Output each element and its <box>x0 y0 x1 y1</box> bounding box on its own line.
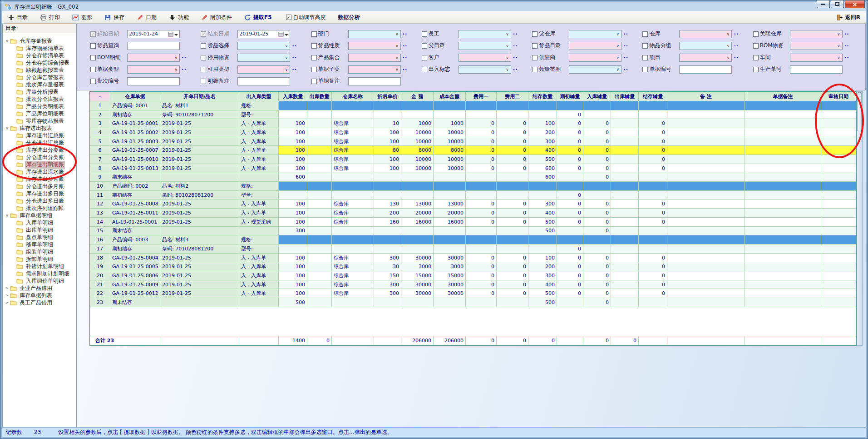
table-cell[interactable] <box>583 235 611 244</box>
table-cell[interactable] <box>497 101 528 110</box>
filter-checkbox[interactable] <box>532 31 538 37</box>
table-cell[interactable]: 2019-01-25 <box>160 280 239 289</box>
row-number-cell[interactable]: 2 <box>90 110 110 120</box>
table-cell[interactable] <box>528 244 557 254</box>
table-cell[interactable]: 0 <box>583 173 611 182</box>
table-cell[interactable] <box>821 110 856 120</box>
table-cell[interactable]: 0 <box>557 146 583 155</box>
table-cell[interactable]: 20000 <box>434 209 466 218</box>
table-cell[interactable] <box>667 146 745 155</box>
table-cell[interactable] <box>745 244 821 254</box>
combo-input[interactable]: ∨ <box>348 42 401 50</box>
table-cell[interactable]: 0 <box>639 128 667 137</box>
tree-item[interactable]: 批次库存量报表 <box>3 81 76 88</box>
tree-item[interactable]: 分仓进出多月账 <box>3 183 76 190</box>
table-cell[interactable]: 100 <box>374 155 401 164</box>
table-cell[interactable] <box>821 209 856 218</box>
table-cell[interactable]: 0 <box>639 289 667 298</box>
table-cell[interactable]: 0 <box>466 119 497 128</box>
table-cell[interactable]: 300 <box>528 137 557 146</box>
table-cell[interactable]: 0 <box>497 280 528 289</box>
table-cell[interactable]: 0 <box>557 137 583 146</box>
table-cell[interactable] <box>497 227 528 236</box>
table-cell[interactable] <box>332 298 374 307</box>
table-cell[interactable]: 300 <box>374 254 401 263</box>
column-header[interactable]: - <box>90 92 110 101</box>
table-cell[interactable] <box>667 209 745 218</box>
table-cell[interactable] <box>745 200 821 209</box>
table-cell[interactable]: 0 <box>557 128 583 137</box>
table-cell[interactable]: 100 <box>279 146 307 155</box>
table-cell[interactable]: 0 <box>497 128 528 137</box>
table-row[interactable]: 8GA-19-01-25-00132019-01-25入 - 入库单100综合库… <box>90 164 856 173</box>
combo-input[interactable]: ∨ <box>790 54 843 62</box>
table-cell[interactable] <box>667 227 745 236</box>
tree-item[interactable]: 库存进出多日账 <box>3 190 76 197</box>
table-cell[interactable]: 0 <box>497 164 528 173</box>
table-cell[interactable]: 综合库 <box>332 119 374 128</box>
table-cell[interactable] <box>401 182 434 191</box>
table-cell[interactable]: 0 <box>583 137 611 146</box>
table-cell[interactable] <box>497 244 528 254</box>
tree-collapsed-icon[interactable]: > <box>4 286 10 290</box>
ellipsis-picker-button[interactable]: ·· <box>844 55 849 61</box>
table-cell[interactable] <box>307 289 332 298</box>
table-cell[interactable]: 0 <box>497 209 528 218</box>
table-cell[interactable] <box>307 110 332 120</box>
column-header[interactable]: 仓库名称 <box>332 92 374 101</box>
table-cell[interactable] <box>497 173 528 182</box>
tree-item[interactable]: 需求附加计划明细 <box>3 270 76 277</box>
table-cell[interactable]: 条码: 701028081200 <box>160 244 239 254</box>
tree-item[interactable]: >库存单据列表 <box>3 292 76 299</box>
combo-input[interactable]: ∨ <box>790 42 843 50</box>
combo-input[interactable]: ∨ <box>237 65 290 74</box>
table-cell[interactable]: GA-19-01-25-0001 <box>110 119 160 128</box>
ellipsis-picker-button[interactable]: ·· <box>182 55 187 61</box>
table-cell[interactable]: 0 <box>583 254 611 263</box>
table-cell[interactable]: 0 <box>466 146 497 155</box>
table-cell[interactable] <box>528 235 557 244</box>
ellipsis-picker-button[interactable]: ·· <box>513 55 518 61</box>
table-cell[interactable]: 入 - 入库单 <box>239 289 279 298</box>
table-cell[interactable]: 600 <box>528 173 557 182</box>
table-cell[interactable] <box>307 137 332 146</box>
table-cell[interactable]: 综合库 <box>332 218 374 227</box>
table-cell[interactable] <box>557 182 583 191</box>
table-cell[interactable]: 0 <box>557 271 583 280</box>
table-cell[interactable]: 期初结存 <box>110 191 160 200</box>
table-cell[interactable] <box>374 101 401 110</box>
table-cell[interactable] <box>745 262 821 271</box>
text-input[interactable] <box>237 77 290 85</box>
table-cell[interactable]: 0 <box>497 155 528 164</box>
table-cell[interactable] <box>745 298 821 307</box>
table-cell[interactable]: 30 <box>374 262 401 271</box>
table-row[interactable]: 6GA-19-01-25-00072019-01-25入 - 入库单100综合库… <box>90 146 856 155</box>
combo-input[interactable]: ∨ <box>569 54 621 62</box>
row-number-cell[interactable]: 14 <box>90 218 110 227</box>
column-header[interactable]: 入库辅量 <box>583 92 611 101</box>
auto-height-checkbox[interactable]: ✓自动调节高度 <box>286 14 326 21</box>
table-cell[interactable]: 综合库 <box>332 137 374 146</box>
table-cell[interactable] <box>611 155 639 164</box>
tree-item[interactable]: ∨库存单据明细 <box>3 212 76 219</box>
table-cell[interactable] <box>434 244 466 254</box>
ellipsis-picker-button[interactable]: ·· <box>844 43 849 49</box>
table-cell[interactable]: 入 - 入库单 <box>239 155 279 164</box>
table-cell[interactable]: 0 <box>557 262 583 271</box>
table-cell[interactable]: 0 <box>557 289 583 298</box>
table-cell[interactable]: 0 <box>583 289 611 298</box>
table-row[interactable]: 14AL-19-01-25-00012019-01-25入 - 现货采购100综… <box>90 218 856 227</box>
table-cell[interactable] <box>667 119 745 128</box>
filter-checkbox[interactable] <box>201 79 206 84</box>
table-cell[interactable]: 0 <box>583 209 611 218</box>
tree-item[interactable]: 盘点单明细 <box>3 234 76 241</box>
table-cell[interactable] <box>307 146 332 155</box>
table-cell[interactable] <box>307 235 332 244</box>
table-cell[interactable] <box>667 182 745 191</box>
table-cell[interactable]: GA-19-01-25-0004 <box>110 254 160 263</box>
table-cell[interactable] <box>279 182 307 191</box>
table-cell[interactable]: 期末结存 <box>110 173 160 182</box>
table-cell[interactable]: 0 <box>557 280 583 289</box>
table-cell[interactable] <box>667 235 745 244</box>
table-cell[interactable] <box>667 110 745 120</box>
